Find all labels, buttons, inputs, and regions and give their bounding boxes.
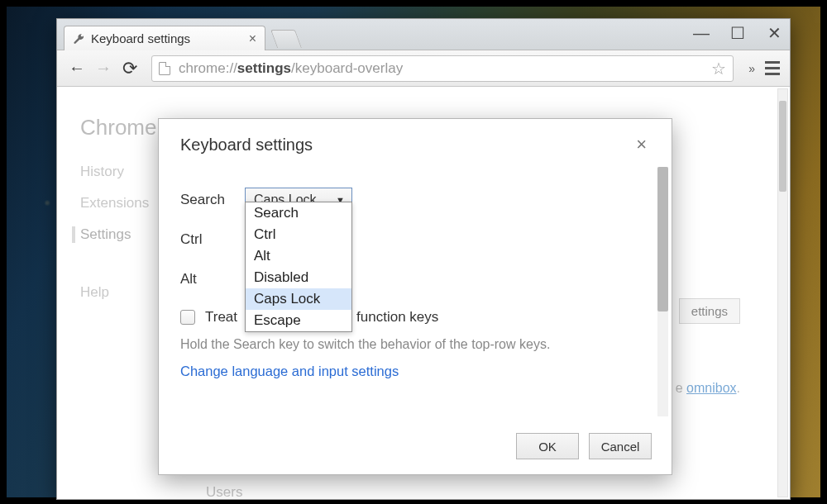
dialog-scrollbar-thumb[interactable] [657, 167, 668, 311]
back-button[interactable]: ← [65, 57, 88, 80]
url-bold: settings [237, 60, 291, 77]
users-section-heading: Users [206, 484, 242, 499]
window-controls: — ☐ ✕ [694, 26, 782, 40]
dialog-body: Search Caps Lock ▼ Ctrl Alt Search [159, 162, 672, 421]
checkbox-label-right: function keys [356, 309, 438, 326]
checkbox-label-left: Treat [205, 309, 237, 326]
hamburger-menu-button[interactable] [763, 61, 782, 75]
dialog-title: Keyboard settings [180, 136, 313, 155]
minimize-button[interactable]: — [694, 26, 709, 40]
dialog-header: Keyboard settings × [159, 119, 672, 162]
dialog-scrollbar[interactable] [657, 167, 668, 416]
new-tab-button[interactable] [270, 30, 302, 48]
label-alt: Alt [180, 271, 245, 288]
cancel-button[interactable]: Cancel [589, 433, 652, 459]
option-escape[interactable]: Escape [246, 310, 351, 331]
page-icon [159, 62, 170, 75]
wrench-icon [73, 33, 84, 45]
browser-window: Keyboard settings × — ☐ ✕ ← → ⟳ chrome:/… [56, 18, 791, 500]
extensions-overflow-button[interactable]: » [743, 62, 760, 75]
bookmark-star-icon[interactable]: ☆ [711, 59, 726, 78]
obscured-omnibox-text: e omnibox. [676, 381, 740, 396]
select-dropdown-open: Search Ctrl Alt Disabled Caps Lock Escap… [245, 202, 352, 332]
url-suffix: /keyboard-overlay [291, 60, 403, 77]
tab-strip: Keyboard settings × — ☐ ✕ [57, 19, 790, 50]
omnibox-link[interactable]: omnibox [686, 381, 736, 395]
toolbar: ← → ⟳ chrome://settings/keyboard-overlay… [57, 50, 790, 87]
obscured-settings-button[interactable]: ettings [679, 298, 740, 324]
maximize-button[interactable]: ☐ [730, 26, 745, 40]
option-caps-lock[interactable]: Caps Lock [246, 288, 351, 310]
forward-button[interactable]: → [92, 57, 115, 80]
ok-button[interactable]: OK [516, 433, 579, 459]
hint-text: Hold the Search key to switch the behavi… [180, 337, 650, 352]
address-bar[interactable]: chrome://settings/keyboard-overlay ☆ [151, 55, 734, 82]
keyboard-settings-dialog: Keyboard settings × Search Caps Lock ▼ [158, 118, 672, 475]
dialog-footer: OK Cancel [159, 421, 672, 474]
change-language-link[interactable]: Change language and input settings [180, 364, 650, 379]
url-prefix: chrome:// [179, 60, 237, 77]
option-ctrl[interactable]: Ctrl [246, 224, 351, 245]
function-keys-checkbox[interactable] [180, 310, 195, 325]
dialog-close-button[interactable]: × [633, 134, 650, 155]
page-scrollbar-thumb[interactable] [779, 101, 786, 192]
close-window-button[interactable]: ✕ [767, 26, 782, 40]
content-area: Chrome History Extensions Settings Help … [57, 87, 790, 499]
tab-title: Keyboard settings [91, 31, 190, 45]
label-ctrl: Ctrl [180, 231, 245, 248]
reload-button[interactable]: ⟳ [118, 57, 141, 80]
label-search: Search [180, 192, 245, 208]
tab-keyboard-settings[interactable]: Keyboard settings × [64, 26, 265, 50]
page-scrollbar[interactable] [777, 88, 788, 497]
option-alt[interactable]: Alt [246, 245, 351, 267]
tab-close-button[interactable]: × [249, 31, 256, 46]
option-disabled[interactable]: Disabled [246, 267, 351, 288]
option-search[interactable]: Search [246, 202, 351, 224]
